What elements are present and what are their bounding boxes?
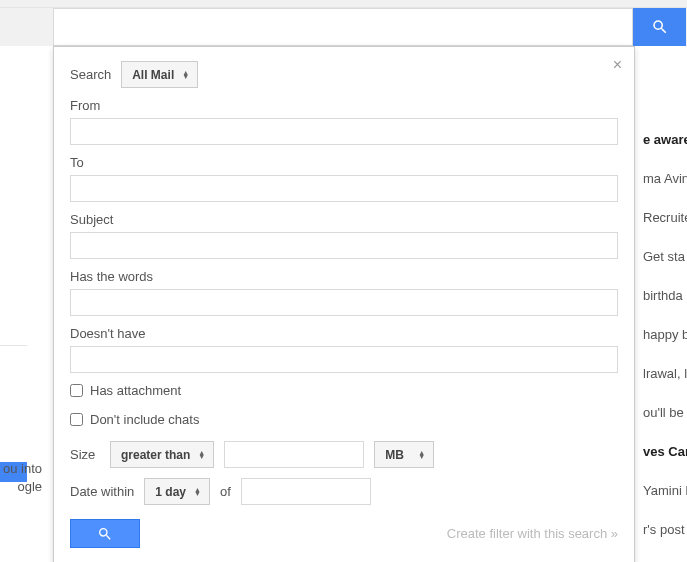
scope-dropdown[interactable]: All Mail ▲▼ <box>121 61 198 88</box>
to-input[interactable] <box>70 175 618 202</box>
size-unit-value: MB <box>385 448 404 462</box>
has-attachment-label: Has attachment <box>90 383 181 398</box>
from-input[interactable] <box>70 118 618 145</box>
mail-row-fragment: ou'll be a <box>643 393 687 432</box>
subject-label: Subject <box>70 212 618 227</box>
left-divider <box>0 345 27 346</box>
haswords-input[interactable] <box>70 289 618 316</box>
to-label: To <box>70 155 618 170</box>
doesnthave-input[interactable] <box>70 346 618 373</box>
size-label: Size <box>70 447 100 462</box>
search-button[interactable] <box>633 8 686 46</box>
submit-search-button[interactable] <box>70 519 140 548</box>
has-attachment-checkbox[interactable] <box>70 384 83 397</box>
size-unit-dropdown[interactable]: MB ▲▼ <box>374 441 434 468</box>
mail-row-fragment: ma Avin <box>643 159 687 198</box>
top-strip <box>0 0 687 8</box>
sort-arrows-icon: ▲▼ <box>198 451 205 459</box>
date-label: Date within <box>70 484 134 499</box>
mail-row-fragment: ves Car <box>643 432 687 471</box>
sort-arrows-icon: ▲▼ <box>182 71 189 79</box>
mail-row-fragment: happy b <box>643 315 687 354</box>
sort-arrows-icon: ▲▼ <box>194 488 201 496</box>
search-bar <box>0 8 687 46</box>
dont-include-chats-checkbox[interactable] <box>70 413 83 426</box>
advanced-search-panel: × Search All Mail ▲▼ From To Subject Has… <box>53 46 635 562</box>
mail-row-fragment: r's post <box>643 510 687 549</box>
from-label: From <box>70 98 618 113</box>
doesnthave-label: Doesn't have <box>70 326 618 341</box>
date-input[interactable] <box>241 478 371 505</box>
search-label: Search <box>70 67 111 82</box>
haswords-label: Has the words <box>70 269 618 284</box>
date-range-value: 1 day <box>155 485 186 499</box>
search-input[interactable] <box>53 8 633 46</box>
dont-include-chats-label: Don't include chats <box>90 412 199 427</box>
size-operator-dropdown[interactable]: greater than ▲▼ <box>110 441 214 468</box>
left-text-fragment: ou into ogle <box>0 460 42 496</box>
mail-row-fragment: Recruite <box>643 198 687 237</box>
size-value-input[interactable] <box>224 441 364 468</box>
mail-row-fragment: lrawal, l <box>643 354 687 393</box>
background-mail-list: e awarema AvinRecruiteGet stabirthdahapp… <box>643 120 687 549</box>
search-icon <box>651 18 669 36</box>
scope-value: All Mail <box>132 68 174 82</box>
sort-arrows-icon: ▲▼ <box>418 451 425 459</box>
mail-row-fragment: birthda <box>643 276 687 315</box>
size-op-value: greater than <box>121 448 190 462</box>
create-filter-link[interactable]: Create filter with this search » <box>447 526 618 541</box>
close-icon[interactable]: × <box>613 57 622 73</box>
of-label: of <box>220 484 231 499</box>
mail-row-fragment: Yamini l <box>643 471 687 510</box>
mail-row-fragment: Get sta <box>643 237 687 276</box>
date-range-dropdown[interactable]: 1 day ▲▼ <box>144 478 210 505</box>
mail-row-fragment: e aware <box>643 120 687 159</box>
subject-input[interactable] <box>70 232 618 259</box>
search-icon <box>97 526 113 542</box>
